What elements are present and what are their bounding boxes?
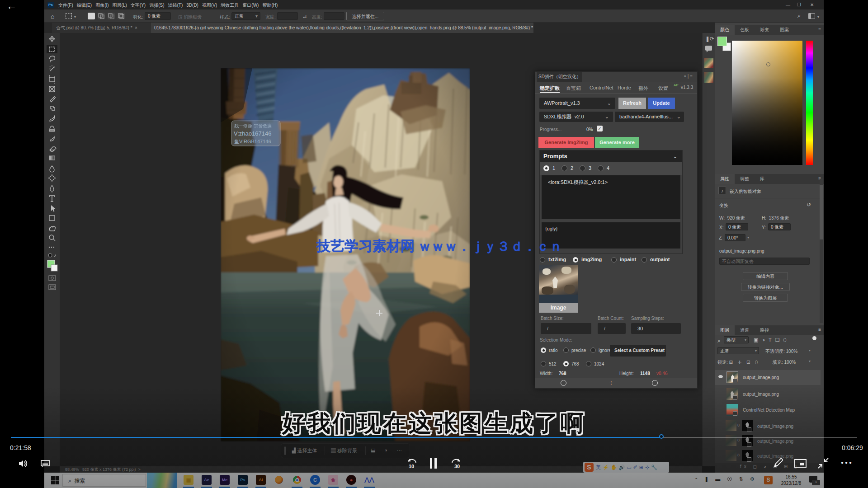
svg-text:V:zhao167146: V:zhao167146 <box>234 130 271 137</box>
svg-text:鱼V:RGB147146: 鱼V:RGB147146 <box>234 139 271 144</box>
svg-text:残一修源·宗价低廉: 残一修源·宗价低廉 <box>234 123 272 128</box>
svg-text:10: 10 <box>409 464 414 469</box>
svg-text:30: 30 <box>454 464 460 469</box>
